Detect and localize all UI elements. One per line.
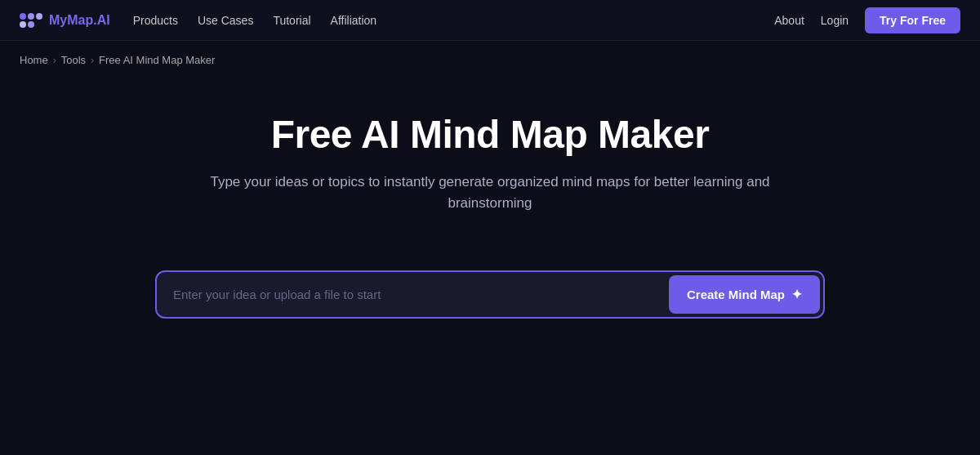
idea-input[interactable]	[173, 276, 669, 313]
hero-section: Free AI Mind Map Maker Type your ideas o…	[0, 79, 980, 319]
nav-item-tutorial[interactable]: Tutorial	[273, 14, 310, 27]
sparkle-icon: ✦	[791, 287, 802, 302]
logo-icon	[20, 13, 42, 28]
logo-dot-5	[28, 21, 34, 28]
logo-dot-3	[36, 13, 42, 20]
hero-title: Free AI Mind Map Maker	[271, 112, 710, 157]
breadcrumb: Home › Tools › Free AI Mind Map Maker	[0, 41, 980, 79]
logo-dot-2	[28, 13, 34, 20]
breadcrumb-current: Free AI Mind Map Maker	[99, 54, 215, 66]
logo-dot-4	[20, 21, 26, 28]
create-mind-map-button[interactable]: Create Mind Map ✦	[669, 275, 820, 314]
idea-input-container: Create Mind Map ✦	[155, 270, 825, 319]
breadcrumb-home[interactable]: Home	[20, 54, 48, 66]
create-button-label: Create Mind Map	[687, 288, 785, 301]
navbar-right: About Login Try For Free	[774, 7, 960, 33]
nav-item-use-cases[interactable]: Use Cases	[198, 14, 253, 27]
breadcrumb-sep-1: ›	[53, 55, 56, 66]
navbar: MyMap.AI Products Use Cases Tutorial Aff…	[0, 0, 980, 41]
try-free-button[interactable]: Try For Free	[865, 7, 960, 33]
breadcrumb-tools[interactable]: Tools	[61, 54, 86, 66]
brand-name: MyMap	[49, 13, 93, 27]
hero-subtitle: Type your ideas or topics to instantly g…	[204, 172, 776, 213]
nav-item-affiliation[interactable]: Affiliation	[331, 14, 377, 27]
logo[interactable]: MyMap.AI	[20, 13, 110, 28]
brand-suffix: .AI	[93, 13, 109, 27]
about-link[interactable]: About	[774, 14, 804, 27]
nav-links: Products Use Cases Tutorial Affiliation	[133, 14, 376, 27]
logo-dot-1	[20, 13, 26, 20]
nav-item-products[interactable]: Products	[133, 14, 178, 27]
logo-text: MyMap.AI	[49, 13, 110, 28]
login-link[interactable]: Login	[821, 14, 849, 27]
navbar-left: MyMap.AI Products Use Cases Tutorial Aff…	[20, 13, 376, 28]
breadcrumb-sep-2: ›	[91, 55, 94, 66]
